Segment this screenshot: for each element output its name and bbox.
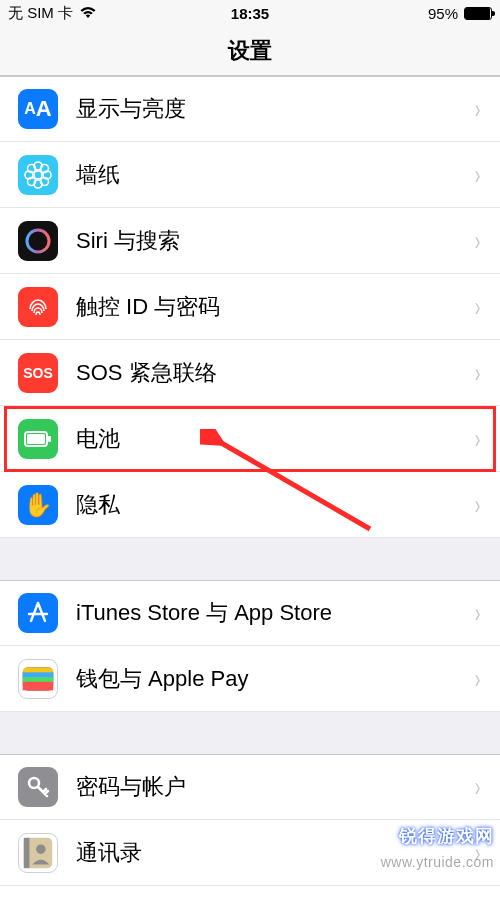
battery-icon — [464, 7, 492, 20]
siri-icon — [18, 221, 58, 261]
watermark-brand: 锐得游戏网 — [399, 824, 494, 848]
chevron-right-icon: › — [475, 665, 481, 693]
settings-row-siri[interactable]: Siri 与搜索› — [0, 208, 500, 274]
chevron-right-icon: › — [475, 359, 481, 387]
svg-rect-23 — [24, 837, 30, 867]
wallpaper-icon — [18, 155, 58, 195]
settings-row-itunes[interactable]: iTunes Store 与 App Store› — [0, 580, 500, 646]
svg-point-9 — [27, 230, 49, 252]
battery-icon — [18, 419, 58, 459]
settings-row-wallpaper[interactable]: 墙纸› — [0, 142, 500, 208]
svg-line-13 — [31, 603, 38, 621]
chevron-right-icon: › — [475, 425, 481, 453]
svg-point-24 — [36, 844, 46, 854]
clock-text: 18:35 — [169, 5, 330, 22]
fingerprint-icon — [18, 287, 58, 327]
wifi-icon — [79, 5, 97, 22]
svg-rect-12 — [48, 436, 51, 442]
row-label: Siri 与搜索 — [76, 226, 473, 256]
row-label: 电池 — [76, 424, 473, 454]
svg-rect-20 — [23, 681, 53, 690]
row-label: 钱包与 Apple Pay — [76, 664, 473, 694]
appstore-icon — [18, 593, 58, 633]
chevron-right-icon: › — [475, 293, 481, 321]
settings-row-calendar[interactable]: 日历› — [0, 886, 500, 898]
chevron-right-icon: › — [475, 161, 481, 189]
settings-row-privacy[interactable]: ✋隐私› — [0, 472, 500, 538]
battery-percent: 95% — [428, 5, 458, 22]
settings-row-wallet[interactable]: 钱包与 Apple Pay› — [0, 646, 500, 712]
watermark-url: www.ytruide.com — [381, 854, 494, 870]
row-label: 隐私 — [76, 490, 473, 520]
contacts-icon — [18, 833, 58, 873]
key-icon — [18, 767, 58, 807]
chevron-right-icon: › — [475, 773, 481, 801]
row-label: 显示与亮度 — [76, 94, 473, 124]
sos-icon: SOS — [18, 353, 58, 393]
svg-rect-11 — [27, 434, 45, 444]
settings-row-accounts[interactable]: 密码与帐户› — [0, 754, 500, 820]
row-label: SOS 紧急联络 — [76, 358, 473, 388]
settings-row-touchid[interactable]: 触控 ID 与密码› — [0, 274, 500, 340]
settings-row-sos[interactable]: SOSSOS 紧急联络› — [0, 340, 500, 406]
row-label: 墙纸 — [76, 160, 473, 190]
svg-line-14 — [38, 603, 45, 621]
hand-icon: ✋ — [18, 485, 58, 525]
settings-row-display[interactable]: AA显示与亮度› — [0, 76, 500, 142]
page-title: 设置 — [0, 26, 500, 76]
row-label: iTunes Store 与 App Store — [76, 598, 473, 628]
chevron-right-icon: › — [475, 599, 481, 627]
chevron-right-icon: › — [475, 95, 481, 123]
settings-row-battery[interactable]: 电池› — [0, 406, 500, 472]
text-size-icon: AA — [18, 89, 58, 129]
chevron-right-icon: › — [475, 491, 481, 519]
row-label: 触控 ID 与密码 — [76, 292, 473, 322]
wallet-icon — [18, 659, 58, 699]
svg-point-0 — [34, 171, 42, 179]
row-label: 密码与帐户 — [76, 772, 473, 802]
status-bar: 无 SIM 卡 18:35 95% — [0, 0, 500, 26]
carrier-text: 无 SIM 卡 — [8, 4, 73, 23]
chevron-right-icon: › — [475, 227, 481, 255]
